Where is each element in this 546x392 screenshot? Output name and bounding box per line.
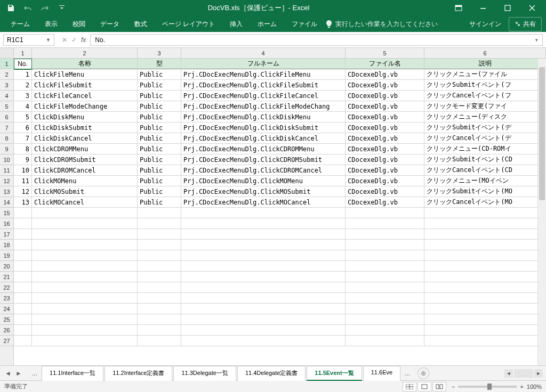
cells[interactable]: No.名称型フルネームファイル名説明1ClickFileMenuPublicPr…	[14, 59, 546, 365]
header-cell[interactable]: フルネーム	[181, 59, 346, 69]
data-cell[interactable]: ClickFileSubmit	[32, 80, 138, 91]
data-cell[interactable]: 8	[14, 144, 32, 154]
row-header[interactable]: 22	[0, 282, 13, 293]
sheet-tab[interactable]: 11.6Eve	[363, 366, 400, 381]
row-header[interactable]: 27	[0, 336, 13, 346]
empty-cell[interactable]	[346, 261, 424, 272]
empty-cell[interactable]	[138, 250, 181, 261]
ribbon-tab-1[interactable]: ホーム	[251, 17, 283, 32]
fx-button[interactable]: fx	[81, 36, 86, 44]
data-cell[interactable]: Prj.CDocExecMenuDlg.ClickCDROMSubmit	[181, 154, 346, 165]
data-cell[interactable]: ClickFileMenu	[32, 69, 138, 80]
data-cell[interactable]: CDocexeDlg.vb	[346, 144, 424, 154]
data-cell[interactable]: Prj.CDocExecMenuDlg.ClickDiskMenu	[181, 112, 346, 123]
horizontal-scrollbar[interactable]: ◄ ►	[430, 369, 543, 378]
data-cell[interactable]: Public	[138, 176, 181, 186]
data-cell[interactable]: Prj.CDocExecMenuDlg.ClickMOMenu	[181, 176, 346, 186]
data-cell[interactable]: ClickDiskCancel	[32, 133, 138, 144]
row-header[interactable]: 1	[0, 59, 13, 69]
empty-cell[interactable]	[424, 325, 546, 336]
empty-cell[interactable]	[138, 336, 181, 346]
empty-cell[interactable]	[14, 336, 32, 346]
column-header[interactable]: 4	[181, 48, 346, 58]
data-cell[interactable]: ClickCDROMSubmit	[32, 154, 138, 165]
data-cell[interactable]: クリックSubmitイベント(CD	[424, 154, 546, 165]
empty-cell[interactable]	[346, 208, 424, 218]
ribbon-options-button[interactable]	[448, 1, 469, 15]
empty-cell[interactable]	[346, 282, 424, 293]
row-header[interactable]: 15	[0, 208, 13, 218]
empty-cell[interactable]	[138, 218, 181, 229]
sheet-tab[interactable]: 11.2Interface定義書	[105, 366, 172, 381]
ribbon-tab-4[interactable]: 数式	[128, 17, 154, 32]
data-cell[interactable]: Prj.CDocExecMenuDlg.ClickMOCancel	[181, 197, 346, 208]
data-cell[interactable]: 4	[14, 101, 32, 112]
empty-cell[interactable]	[346, 336, 424, 346]
empty-cell[interactable]	[32, 261, 138, 272]
add-sheet-button[interactable]: ⊕	[417, 368, 429, 379]
view-normal-button[interactable]	[403, 382, 416, 391]
data-cell[interactable]: クリックSubmitイベント(MO	[424, 186, 546, 197]
data-cell[interactable]: クリックメニュー(CD-ROMイ	[424, 144, 546, 154]
expand-formula-icon[interactable]: ▾	[535, 37, 538, 43]
ribbon-tab-0[interactable]: ファイル	[285, 17, 324, 32]
data-cell[interactable]: CDocexeDlg.vb	[346, 165, 424, 176]
empty-cell[interactable]	[181, 261, 346, 272]
row-header[interactable]: 4	[0, 91, 13, 101]
cancel-formula-button[interactable]: ✕	[62, 36, 67, 44]
data-cell[interactable]: ClickDiskMenu	[32, 112, 138, 123]
row-header[interactable]: 26	[0, 325, 13, 336]
zoom-slider[interactable]	[458, 386, 517, 388]
empty-cell[interactable]	[14, 314, 32, 325]
row-header[interactable]: 12	[0, 176, 13, 186]
empty-cell[interactable]	[181, 218, 346, 229]
empty-cell[interactable]	[138, 272, 181, 282]
view-page-break-button[interactable]	[432, 382, 446, 391]
empty-cell[interactable]	[181, 250, 346, 261]
empty-cell[interactable]	[424, 282, 546, 293]
enter-formula-button[interactable]: ✓	[71, 36, 77, 44]
worksheet-grid[interactable]: 123456 123456789101112131415161718192021…	[0, 48, 546, 365]
data-cell[interactable]: CDocexeDlg.vb	[346, 154, 424, 165]
empty-cell[interactable]	[346, 218, 424, 229]
data-cell[interactable]: クリックCancelイベント(デ	[424, 133, 546, 144]
empty-cell[interactable]	[14, 218, 32, 229]
select-all-corner[interactable]	[0, 48, 14, 58]
row-header[interactable]: 11	[0, 165, 13, 176]
empty-cell[interactable]	[32, 282, 138, 293]
row-header[interactable]: 24	[0, 304, 13, 314]
data-cell[interactable]: Public	[138, 133, 181, 144]
data-cell[interactable]: Public	[138, 197, 181, 208]
empty-cell[interactable]	[32, 314, 138, 325]
empty-cell[interactable]	[138, 240, 181, 250]
data-cell[interactable]: クリックメニュー(MOイベン	[424, 176, 546, 186]
column-header[interactable]: 6	[424, 48, 546, 58]
data-cell[interactable]: 6	[14, 123, 32, 133]
data-cell[interactable]: Prj.CDocExecMenuDlg.ClickFileCancel	[181, 91, 346, 101]
sheet-tab[interactable]: 11.4Delegate定義書	[237, 366, 306, 381]
qat-customize-button[interactable]	[54, 2, 69, 14]
empty-cell[interactable]	[14, 304, 32, 314]
empty-cell[interactable]	[424, 304, 546, 314]
empty-cell[interactable]	[32, 293, 138, 304]
zoom-out-button[interactable]: −	[452, 383, 455, 390]
header-cell[interactable]: 説明	[424, 59, 546, 69]
row-header[interactable]: 5	[0, 101, 13, 112]
empty-cell[interactable]	[424, 218, 546, 229]
data-cell[interactable]: 13	[14, 197, 32, 208]
empty-cell[interactable]	[181, 336, 346, 346]
empty-cell[interactable]	[32, 218, 138, 229]
data-cell[interactable]: CDocexeDlg.vb	[346, 197, 424, 208]
data-cell[interactable]: Prj.CDocExecMenuDlg.ClickFileSubmit	[181, 80, 346, 91]
data-cell[interactable]: Public	[138, 112, 181, 123]
data-cell[interactable]: ClickFileModeChange	[32, 101, 138, 112]
empty-cell[interactable]	[32, 325, 138, 336]
data-cell[interactable]: Public	[138, 144, 181, 154]
empty-cell[interactable]	[14, 293, 32, 304]
data-cell[interactable]: 1	[14, 69, 32, 80]
data-cell[interactable]: クリックCancelイベント(MO	[424, 197, 546, 208]
data-cell[interactable]: 5	[14, 112, 32, 123]
redo-button[interactable]	[37, 2, 52, 14]
empty-cell[interactable]	[181, 293, 346, 304]
data-cell[interactable]: クリックメニュー(ディスク	[424, 112, 546, 123]
